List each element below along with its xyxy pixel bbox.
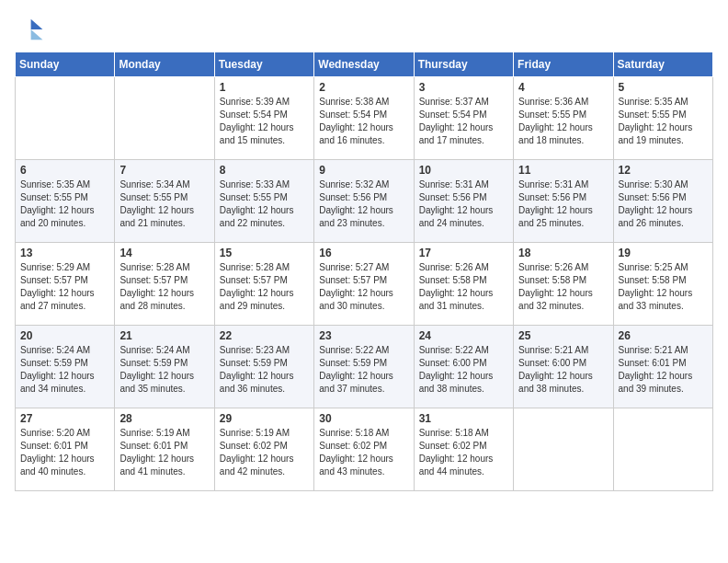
day-info: Sunrise: 5:38 AMSunset: 5:54 PMDaylight:… xyxy=(319,96,408,147)
calendar-cell: 17Sunrise: 5:26 AMSunset: 5:58 PMDayligh… xyxy=(414,243,513,326)
calendar-cell: 15Sunrise: 5:28 AMSunset: 5:57 PMDayligh… xyxy=(214,243,313,326)
day-info: Sunrise: 5:24 AMSunset: 5:59 PMDaylight:… xyxy=(119,344,209,396)
day-info: Sunrise: 5:24 AMSunset: 5:59 PMDaylight:… xyxy=(20,344,109,396)
calendar-cell: 27Sunrise: 5:20 AMSunset: 6:01 PMDayligh… xyxy=(16,408,115,491)
day-number: 4 xyxy=(518,81,608,94)
day-info: Sunrise: 5:31 AMSunset: 5:56 PMDaylight:… xyxy=(419,178,508,230)
day-number: 10 xyxy=(419,164,508,177)
day-info: Sunrise: 5:22 AMSunset: 5:59 PMDaylight:… xyxy=(319,344,408,396)
calendar-cell: 31Sunrise: 5:18 AMSunset: 6:02 PMDayligh… xyxy=(414,408,513,491)
day-info: Sunrise: 5:29 AMSunset: 5:57 PMDaylight:… xyxy=(20,261,109,313)
calendar-cell: 28Sunrise: 5:19 AMSunset: 6:01 PMDayligh… xyxy=(115,408,214,491)
calendar-cell: 16Sunrise: 5:27 AMSunset: 5:57 PMDayligh… xyxy=(314,243,414,326)
svg-marker-0 xyxy=(31,19,43,29)
day-info: Sunrise: 5:35 AMSunset: 5:55 PMDaylight:… xyxy=(619,96,708,147)
day-info: Sunrise: 5:35 AMSunset: 5:55 PMDaylight:… xyxy=(20,178,109,230)
calendar-cell: 23Sunrise: 5:22 AMSunset: 5:59 PMDayligh… xyxy=(314,326,414,408)
day-number: 5 xyxy=(619,81,708,94)
day-number: 22 xyxy=(220,329,309,342)
day-number: 9 xyxy=(319,164,408,177)
day-info: Sunrise: 5:23 AMSunset: 5:59 PMDaylight:… xyxy=(220,344,309,396)
calendar-cell: 20Sunrise: 5:24 AMSunset: 5:59 PMDayligh… xyxy=(16,326,115,408)
weekday-header: Sunday xyxy=(16,52,115,77)
calendar-cell: 21Sunrise: 5:24 AMSunset: 5:59 PMDayligh… xyxy=(115,326,214,408)
calendar-cell: 9Sunrise: 5:32 AMSunset: 5:56 PMDaylight… xyxy=(314,160,414,243)
day-info: Sunrise: 5:19 AMSunset: 6:02 PMDaylight:… xyxy=(220,427,309,478)
day-info: Sunrise: 5:18 AMSunset: 6:02 PMDaylight:… xyxy=(319,427,408,478)
day-number: 30 xyxy=(319,412,408,425)
calendar-cell: 6Sunrise: 5:35 AMSunset: 5:55 PMDaylight… xyxy=(16,160,115,243)
day-info: Sunrise: 5:39 AMSunset: 5:54 PMDaylight:… xyxy=(220,96,309,147)
day-number: 1 xyxy=(220,81,309,94)
day-number: 28 xyxy=(119,412,209,425)
calendar-cell: 24Sunrise: 5:22 AMSunset: 6:00 PMDayligh… xyxy=(414,326,513,408)
day-number: 20 xyxy=(20,329,109,342)
day-number: 24 xyxy=(419,329,508,342)
day-number: 25 xyxy=(518,329,608,342)
day-info: Sunrise: 5:34 AMSunset: 5:55 PMDaylight:… xyxy=(119,178,209,230)
day-number: 7 xyxy=(119,164,209,177)
day-info: Sunrise: 5:22 AMSunset: 6:00 PMDaylight:… xyxy=(419,344,508,396)
day-number: 14 xyxy=(119,247,209,259)
calendar-cell: 14Sunrise: 5:28 AMSunset: 5:57 PMDayligh… xyxy=(115,243,214,326)
page-header xyxy=(15,15,713,44)
weekday-header: Tuesday xyxy=(214,52,313,77)
day-number: 3 xyxy=(419,81,508,94)
day-info: Sunrise: 5:20 AMSunset: 6:01 PMDaylight:… xyxy=(20,427,109,478)
day-info: Sunrise: 5:36 AMSunset: 5:55 PMDaylight:… xyxy=(518,96,608,147)
calendar-table: SundayMondayTuesdayWednesdayThursdayFrid… xyxy=(15,52,713,491)
day-number: 21 xyxy=(119,329,209,342)
day-number: 23 xyxy=(319,329,408,342)
calendar-cell: 25Sunrise: 5:21 AMSunset: 6:00 PMDayligh… xyxy=(514,326,613,408)
calendar-cell: 4Sunrise: 5:36 AMSunset: 5:55 PMDaylight… xyxy=(514,77,613,160)
calendar-cell xyxy=(16,77,115,160)
day-info: Sunrise: 5:28 AMSunset: 5:57 PMDaylight:… xyxy=(119,261,209,313)
day-number: 29 xyxy=(220,412,309,425)
day-number: 26 xyxy=(619,329,708,342)
day-info: Sunrise: 5:21 AMSunset: 6:01 PMDaylight:… xyxy=(619,344,708,396)
day-number: 17 xyxy=(419,247,508,259)
day-number: 15 xyxy=(220,247,309,259)
calendar-cell: 18Sunrise: 5:26 AMSunset: 5:58 PMDayligh… xyxy=(514,243,613,326)
day-info: Sunrise: 5:19 AMSunset: 6:01 PMDaylight:… xyxy=(119,427,209,478)
day-info: Sunrise: 5:27 AMSunset: 5:57 PMDaylight:… xyxy=(319,261,408,313)
calendar-cell: 13Sunrise: 5:29 AMSunset: 5:57 PMDayligh… xyxy=(16,243,115,326)
day-info: Sunrise: 5:28 AMSunset: 5:57 PMDaylight:… xyxy=(220,261,309,313)
day-info: Sunrise: 5:26 AMSunset: 5:58 PMDaylight:… xyxy=(419,261,508,313)
day-number: 8 xyxy=(220,164,309,177)
calendar-cell: 8Sunrise: 5:33 AMSunset: 5:55 PMDaylight… xyxy=(214,160,313,243)
calendar-cell: 3Sunrise: 5:37 AMSunset: 5:54 PMDaylight… xyxy=(414,77,513,160)
calendar-cell: 1Sunrise: 5:39 AMSunset: 5:54 PMDaylight… xyxy=(214,77,313,160)
day-info: Sunrise: 5:31 AMSunset: 5:56 PMDaylight:… xyxy=(518,178,608,230)
calendar-cell: 26Sunrise: 5:21 AMSunset: 6:01 PMDayligh… xyxy=(613,326,712,408)
day-info: Sunrise: 5:33 AMSunset: 5:55 PMDaylight:… xyxy=(220,178,309,230)
logo xyxy=(15,15,48,44)
weekday-header: Wednesday xyxy=(314,52,414,77)
day-info: Sunrise: 5:30 AMSunset: 5:56 PMDaylight:… xyxy=(619,178,708,230)
day-number: 18 xyxy=(518,247,608,259)
calendar-cell: 2Sunrise: 5:38 AMSunset: 5:54 PMDaylight… xyxy=(314,77,414,160)
calendar-cell: 11Sunrise: 5:31 AMSunset: 5:56 PMDayligh… xyxy=(514,160,613,243)
calendar-cell: 5Sunrise: 5:35 AMSunset: 5:55 PMDaylight… xyxy=(613,77,712,160)
calendar-cell: 12Sunrise: 5:30 AMSunset: 5:56 PMDayligh… xyxy=(613,160,712,243)
calendar-header: SundayMondayTuesdayWednesdayThursdayFrid… xyxy=(16,52,713,77)
calendar-cell: 19Sunrise: 5:25 AMSunset: 5:58 PMDayligh… xyxy=(613,243,712,326)
calendar-cell: 30Sunrise: 5:18 AMSunset: 6:02 PMDayligh… xyxy=(314,408,414,491)
day-number: 13 xyxy=(20,247,109,259)
day-info: Sunrise: 5:37 AMSunset: 5:54 PMDaylight:… xyxy=(419,96,508,147)
calendar-cell xyxy=(514,408,613,491)
day-info: Sunrise: 5:25 AMSunset: 5:58 PMDaylight:… xyxy=(619,261,708,313)
day-info: Sunrise: 5:18 AMSunset: 6:02 PMDaylight:… xyxy=(419,427,508,478)
day-number: 6 xyxy=(20,164,109,177)
day-number: 2 xyxy=(319,81,408,94)
calendar-cell: 7Sunrise: 5:34 AMSunset: 5:55 PMDaylight… xyxy=(115,160,214,243)
svg-marker-1 xyxy=(31,29,43,40)
day-info: Sunrise: 5:21 AMSunset: 6:00 PMDaylight:… xyxy=(518,344,608,396)
weekday-header: Monday xyxy=(115,52,214,77)
weekday-header: Saturday xyxy=(613,52,712,77)
calendar-cell: 29Sunrise: 5:19 AMSunset: 6:02 PMDayligh… xyxy=(214,408,313,491)
day-info: Sunrise: 5:26 AMSunset: 5:58 PMDaylight:… xyxy=(518,261,608,313)
day-number: 31 xyxy=(419,412,508,425)
logo-icon xyxy=(15,15,44,44)
day-number: 19 xyxy=(619,247,708,259)
